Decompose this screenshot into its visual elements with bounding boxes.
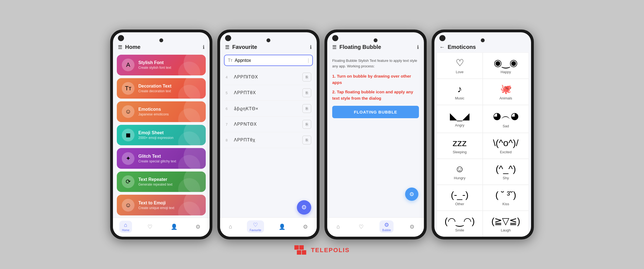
svg-rect-1	[299, 245, 304, 250]
nav-fav[interactable]: ♡	[145, 222, 155, 231]
emoti-sad[interactable]: ◕︵◕ Sad	[483, 105, 529, 133]
emoti-laugh[interactable]: (≧▽≦) Laugh	[483, 211, 529, 237]
card-title-emoticons: Emoticons	[138, 107, 169, 112]
fab-button[interactable]: ⚙	[297, 200, 311, 215]
info-icon-2[interactable]: ℹ	[310, 44, 312, 50]
nav-settings-3[interactable]: ⚙	[407, 222, 417, 231]
emoti-icon-sad: ◕︵◕	[493, 110, 519, 122]
card-emoticons[interactable]: ☺ Emoticons Japanese emoticons	[117, 101, 206, 122]
settings-icon: ⚙	[196, 223, 200, 230]
emoti-icon-love: ♡	[456, 57, 464, 68]
card-icon-emoji-sheet: ◼	[122, 129, 134, 141]
svg-rect-2	[297, 250, 301, 255]
fav-icon-3: ♡	[359, 223, 364, 230]
fav-list: 4 ΛPPПłΤΘX ⎘ 5 ΛPPПΤθΧ ⎘ 6 ǎƥϱηΚΤΘ× ⎘ 7 …	[220, 68, 317, 217]
emoti-icon-excited: \(^o^)/	[493, 138, 518, 148]
emoti-animals[interactable]: 🐙 Animals	[483, 79, 529, 105]
emoti-sleeping[interactable]: zzz Sleeping	[437, 133, 483, 159]
bubble-fab-button[interactable]: ⚙	[405, 188, 418, 201]
page-title-3: Floating Bubble	[339, 44, 417, 50]
emoti-other[interactable]: (-_-) Other	[437, 185, 483, 211]
emoti-label-music: Music	[455, 96, 464, 100]
status-dot-3	[332, 35, 338, 41]
nav-fav-3[interactable]: ♡	[356, 222, 366, 231]
copy-icon[interactable]: ⎘	[302, 104, 311, 113]
emoti-label-sleeping: Sleeping	[453, 150, 467, 154]
floating-bubble-button[interactable]: FLOATING BUBBLE	[332, 106, 419, 118]
emoti-label-kiss: Kiss	[502, 202, 509, 206]
emoti-hungry[interactable]: ☺ Hungry	[437, 159, 483, 185]
home-icon-3: ⌂	[337, 223, 340, 230]
nav-home[interactable]: ⌂ Home	[119, 221, 132, 233]
nav-settings[interactable]: ⚙	[193, 222, 203, 231]
home-icon: ⌂	[124, 222, 127, 228]
nav-bubble-3[interactable]: ⚙ Bubble	[379, 220, 394, 233]
card-glitch-text[interactable]: ✦ Glitch Text Create special glitchy tex…	[117, 148, 206, 169]
bubble-content: Floating Bubble Stylish Text feature to …	[327, 52, 424, 217]
card-text-to-emoji[interactable]: ☺ Text to Emoji Create unique emoji text	[117, 195, 206, 215]
search-input[interactable]	[235, 58, 305, 63]
emoti-icon-happy: ◉‿◉	[494, 57, 518, 68]
nav-fav-2[interactable]: ♡ Favourite	[247, 220, 264, 233]
info-icon-3[interactable]: ℹ	[417, 44, 419, 50]
hamburger-icon[interactable]: ☰	[118, 44, 122, 50]
nav-home-3[interactable]: ⌂	[334, 222, 343, 231]
fav-text: ΛΡΡΠΤθχ	[234, 138, 300, 143]
nav-settings-2[interactable]: ⚙	[300, 222, 311, 231]
fav-text: ΛPPПΤθΧ	[234, 90, 300, 95]
fav-item[interactable]: 6 ǎƥϱηΚΤΘ× ⎘	[224, 101, 313, 117]
nav-person[interactable]: 👤	[168, 222, 180, 231]
emoti-label-shy: Shy	[503, 176, 509, 180]
emoti-kiss[interactable]: ( ˘ ³˘) Kiss	[483, 185, 529, 211]
emoti-grid: ♡ Love ◉‿◉ Happy ♪ Music 🐙 Animals ◣_◢ A…	[434, 52, 531, 237]
emoti-smile[interactable]: (◠‿◠) Smile	[437, 211, 483, 237]
hamburger-icon-2[interactable]: ☰	[225, 44, 229, 50]
card-icon-glitch-text: ✦	[122, 152, 134, 165]
fav-item[interactable]: 5 ΛPPПΤθΧ ⎘	[224, 85, 313, 101]
emoti-icon-hungry: ☺	[455, 163, 464, 174]
hamburger-icon-3[interactable]: ☰	[332, 44, 337, 50]
copy-icon[interactable]: ⎘	[302, 73, 311, 81]
card-subtitle-text-repeater: Generate repeated text	[138, 183, 172, 186]
fav-text: ΛPPΝΤΘΧ	[234, 122, 300, 127]
card-icon-emoticons: ☺	[122, 105, 134, 118]
nav-bar-3: ☰ Floating Bubble ℹ	[327, 42, 424, 52]
back-arrow[interactable]: ←	[439, 44, 445, 50]
fav-item[interactable]: 8 ΛΡΡΠΤθχ ⎘	[224, 132, 313, 148]
svg-rect-0	[294, 245, 299, 250]
nav-person-2[interactable]: 👤	[276, 222, 288, 231]
card-text-repeater[interactable]: ⟳ Text Repeater Generate repeated text	[117, 172, 206, 192]
emoti-label-love: Love	[456, 70, 463, 74]
emoti-music[interactable]: ♪ Music	[437, 79, 483, 105]
copy-icon[interactable]: ⎘	[302, 120, 311, 129]
nav-home-2[interactable]: ⌂	[226, 222, 235, 231]
nav-bar-1: ☰ Home ℹ	[113, 42, 210, 52]
card-subtitle-decoration-text: Create decoration text	[138, 89, 171, 93]
card-title-text-repeater: Text Repeater	[138, 177, 172, 182]
camera-dot-3	[374, 38, 378, 42]
search-box[interactable]: Tт |	[224, 55, 313, 66]
card-icon-decoration-text: Tт	[122, 82, 134, 95]
emoti-angry[interactable]: ◣_◢ Angry	[437, 105, 483, 133]
fav-num: 7	[226, 122, 231, 126]
info-icon-1[interactable]: ℹ	[203, 44, 205, 50]
copy-icon[interactable]: ⎘	[302, 136, 311, 144]
copy-icon[interactable]: ⎘	[302, 88, 311, 97]
emoti-nav: ← Emoticons	[434, 42, 531, 52]
svg-rect-3	[302, 250, 306, 255]
card-emoji-sheet[interactable]: ◼ Emoji Sheet 2000+ emoji expression	[117, 125, 206, 146]
card-decoration-text[interactable]: Tт Decoration Text Create decoration tex…	[117, 78, 206, 99]
card-subtitle-text-to-emoji: Create unique emoji text	[138, 206, 174, 210]
emoti-shy[interactable]: (^_^) Shy	[483, 159, 529, 185]
card-subtitle-glitch-text: Create special glitchy text	[138, 159, 176, 163]
fav-num: 5	[226, 91, 231, 95]
emoti-happy[interactable]: ◉‿◉ Happy	[483, 52, 529, 79]
fav-item[interactable]: 7 ΛPPΝΤΘΧ ⎘	[224, 117, 313, 132]
emoti-icon-kiss: ( ˘ ³˘)	[495, 189, 516, 200]
fav-item[interactable]: 4 ΛPPПłΤΘX ⎘	[224, 69, 313, 85]
person-icon-2: 👤	[279, 223, 286, 230]
card-stylish-font[interactable]: A Stylish Font Create stylish font text	[117, 55, 206, 75]
phone-bubble: ☰ Floating Bubble ℹ Floating Bubble Styl…	[324, 30, 427, 239]
emoti-excited[interactable]: \(^o^)/ Excited	[483, 133, 529, 159]
emoti-love[interactable]: ♡ Love	[437, 52, 483, 79]
